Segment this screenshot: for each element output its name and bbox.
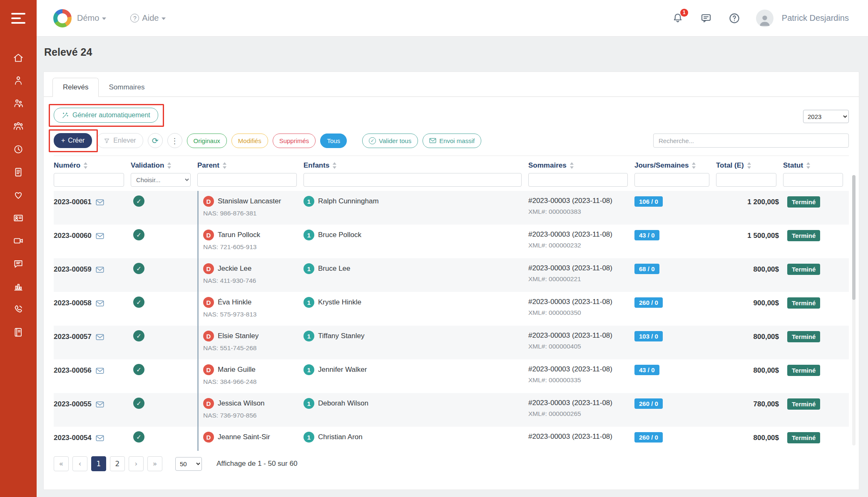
validate-all-button[interactable]: ✓ Valider tous [362,134,418,148]
validated-check-icon[interactable]: ✓ [133,229,144,240]
sidebar-item-messages[interactable] [13,258,24,269]
releve-number[interactable]: 2023-00056 [54,366,92,375]
child-name[interactable]: Deborah Wilson [318,399,368,408]
table-row[interactable]: 2023-00059 ✓ D Jeckie Lee NAS: 411-930-7… [54,258,849,292]
sommaire-ref[interactable]: #2023-00003 (2023-11-08) [528,230,630,239]
envelope-icon[interactable] [96,334,104,340]
parent-badge[interactable]: D [203,331,214,341]
year-select[interactable]: 2023 [803,110,849,123]
child-badge[interactable]: 1 [303,297,314,308]
page-first-button[interactable]: « [54,456,69,471]
help-menu[interactable]: ? Aide [130,13,166,23]
parent-badge[interactable]: D [203,263,214,274]
tab-sommaires[interactable]: Sommaires [99,78,154,96]
page-1-button[interactable]: 1 [91,456,106,471]
validated-check-icon[interactable]: ✓ [133,297,144,308]
table-row[interactable]: 2023-00060 ✓ D Tarun Pollock NAS: 721-60… [54,225,849,258]
column-header-parent[interactable]: Parent [197,161,303,170]
column-header-statut[interactable]: Statut [783,161,850,170]
releve-number[interactable]: 2023-00060 [54,232,92,240]
notifications-button[interactable]: 1 [671,12,684,25]
parent-badge[interactable]: D [203,364,214,375]
envelope-icon[interactable] [96,368,104,374]
filter-enfants-input[interactable] [303,173,522,187]
page-next-button[interactable]: › [129,456,144,471]
help-button[interactable] [728,12,741,25]
releve-number[interactable]: 2023-00057 [54,333,92,341]
sommaire-ref[interactable]: #2023-00003 (2023-11-08) [528,433,630,441]
table-row[interactable]: 2023-00057 ✓ D Elsie Stanley NAS: 551-74… [54,326,849,359]
parent-name[interactable]: Marie Guille [218,366,256,374]
envelope-icon[interactable] [96,435,104,441]
scrollbar-thumb[interactable] [852,175,856,300]
sidebar-item-groups[interactable] [13,121,24,132]
sort-icon[interactable] [806,162,811,169]
sidebar-item-health[interactable] [13,190,24,200]
filter-jours-input[interactable] [634,173,709,187]
sidebar-item-registry[interactable] [13,327,24,338]
envelope-icon[interactable] [96,401,104,408]
child-badge[interactable]: 1 [303,432,314,443]
child-badge[interactable]: 1 [303,263,314,274]
search-input[interactable] [653,134,849,148]
column-header-sommaires[interactable]: Sommaires [528,161,634,170]
releve-number[interactable]: 2023-00054 [54,434,92,442]
sommaire-ref[interactable]: #2023-00003 (2023-11-08) [528,197,630,205]
child-name[interactable]: Bruce Lee [318,265,351,273]
filter-statut-input[interactable] [783,173,843,187]
envelope-icon[interactable] [96,267,104,273]
parent-name[interactable]: Stanislaw Lancaster [218,197,281,205]
generate-auto-button[interactable]: Générer automatiquement [54,108,158,123]
child-name[interactable]: Krystle Hinkle [318,298,361,307]
user-name[interactable]: Patrick Desjardins [782,13,849,23]
filter-supprimes[interactable]: Supprimés [273,134,316,148]
child-name[interactable]: Christian Aron [318,433,363,441]
parent-name[interactable]: Jessica Wilson [218,399,264,408]
table-row[interactable]: 2023-00054 ✓ D Jeanne Saint-Sir 1 Christ… [54,427,849,451]
releve-number[interactable]: 2023-00059 [54,265,92,274]
column-header-numero[interactable]: Numéro [54,161,131,170]
sort-icon[interactable] [83,162,88,169]
parent-badge[interactable]: D [203,230,214,240]
validated-check-icon[interactable]: ✓ [133,195,144,207]
sommaire-ref[interactable]: #2023-00003 (2023-11-08) [528,331,630,340]
sort-icon[interactable] [167,162,172,169]
child-badge[interactable]: 1 [303,331,314,341]
child-badge[interactable]: 1 [303,364,314,375]
child-name[interactable]: Bruce Pollock [318,231,361,239]
envelope-icon[interactable] [96,233,104,239]
envelope-icon[interactable] [96,300,104,307]
sidebar-item-parents[interactable] [13,98,24,109]
sort-icon[interactable] [691,162,696,169]
table-row[interactable]: 2023-00061 ✓ D Stanislaw Lancaster NAS: … [54,191,849,225]
sidebar-item-video[interactable] [13,235,24,246]
child-name[interactable]: Tiffany Stanley [318,332,365,340]
refresh-button[interactable]: ⟳ [148,133,163,148]
page-size-select[interactable]: 50 [175,457,202,471]
filter-originaux[interactable]: Originaux [187,134,227,148]
envelope-icon[interactable] [96,199,104,205]
releve-number[interactable]: 2023-00061 [54,198,92,206]
column-header-validation[interactable]: Validation [131,161,197,170]
child-name[interactable]: Ralph Cunningham [318,197,379,205]
menu-toggle-button[interactable] [0,0,37,37]
filter-parent-input[interactable] [197,173,297,187]
sidebar-item-phone[interactable] [13,304,24,315]
filter-modifies[interactable]: Modifiés [231,134,268,148]
sommaire-ref[interactable]: #2023-00003 (2023-11-08) [528,298,630,306]
user-avatar[interactable] [756,10,773,27]
validated-check-icon[interactable]: ✓ [133,364,144,375]
child-name[interactable]: Jennifer Walker [318,366,367,374]
sommaire-ref[interactable]: #2023-00003 (2023-11-08) [528,399,630,407]
sort-icon[interactable] [222,162,227,169]
filter-numero-input[interactable] [54,173,124,187]
table-row[interactable]: 2023-00056 ✓ D Marie Guille NAS: 384-966… [54,359,849,393]
parent-badge[interactable]: D [203,432,214,443]
filter-validation-select[interactable]: Choisir... [131,173,191,187]
sort-icon[interactable] [332,162,337,169]
sidebar-item-statistics[interactable] [13,281,24,292]
messages-button[interactable] [699,12,713,25]
table-row[interactable]: 2023-00055 ✓ D Jessica Wilson NAS: 736-9… [54,393,849,427]
filter-tous[interactable]: Tous [320,134,347,148]
page-last-button[interactable]: » [147,456,162,471]
